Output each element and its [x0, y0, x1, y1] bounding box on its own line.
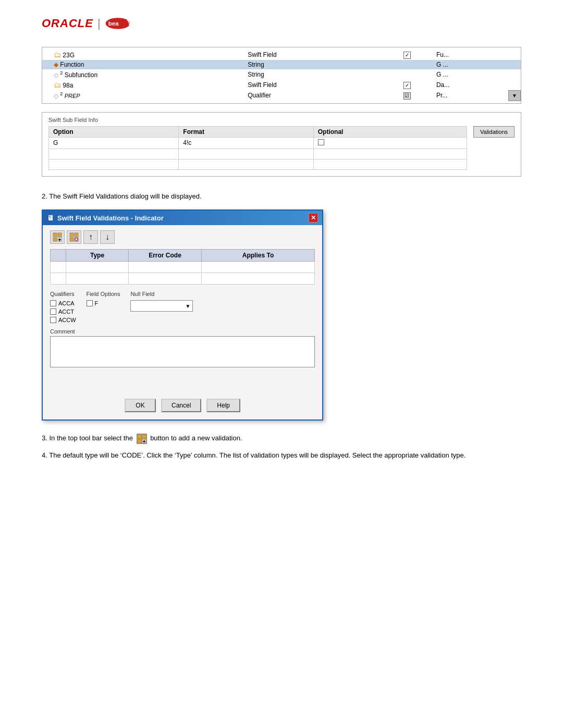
- acca-label: ACCA: [58, 300, 75, 306]
- acct-label: ACCT: [58, 309, 74, 315]
- table-row-empty: [51, 262, 315, 273]
- acct-checkbox[interactable]: [50, 309, 56, 315]
- step-4-block: 4. The default type will be ‘CODE’. Clic…: [42, 450, 521, 461]
- tree-node-trunc: Fu...: [433, 50, 509, 60]
- sub-field-option: G: [49, 137, 179, 149]
- dialog-titlebar: 🖥 Swift Field Validations - Indicator ✕: [43, 211, 322, 225]
- ok-button[interactable]: OK: [125, 399, 156, 412]
- svg-rect-8: [70, 233, 74, 237]
- tree-node-name: Subfunction: [65, 71, 97, 79]
- col-applies-header: Applies To: [202, 250, 315, 262]
- validations-button[interactable]: Validations: [473, 126, 515, 138]
- folder-icon: 🗂: [54, 51, 61, 59]
- diamond2-icon: ◇: [54, 92, 58, 100]
- step-2-text: 2. The Swift Field Validations dialog wi…: [42, 191, 521, 202]
- svg-rect-4: [53, 238, 57, 241]
- cancel-button[interactable]: Cancel: [161, 399, 201, 412]
- tree-node-type: Qualifier: [244, 90, 381, 101]
- tree-node-name: PREP: [65, 93, 80, 99]
- tree-row[interactable]: 🗂 23G Swift Field ✓ Fu...: [42, 50, 521, 60]
- sub-field-row: G 4!c: [49, 137, 467, 149]
- delete-validation-button[interactable]: [67, 230, 81, 244]
- f-checkbox[interactable]: [87, 300, 93, 306]
- logo-divider: |: [97, 17, 101, 30]
- svg-rect-10: [70, 238, 74, 241]
- controls-row: Qualifiers ACCA ACCT ACCW: [50, 291, 315, 323]
- step-4-text: 4. The default type will be ‘CODE’. Clic…: [42, 451, 466, 459]
- svg-rect-16: [138, 439, 141, 443]
- qualifiers-label: Qualifiers: [50, 291, 76, 297]
- tree-node-checked: ✓: [381, 80, 433, 90]
- tree-node-trunc: G ...: [433, 60, 509, 69]
- field-option-f: F: [87, 300, 120, 306]
- step-3-text-suffix: button to add a new validation.: [150, 434, 242, 442]
- field-options-label: Field Options: [87, 291, 120, 297]
- tree-row[interactable]: ◇ 2 PREP Qualifier ☑ Pr... ▼: [42, 90, 521, 101]
- diamond-icon: ◆: [54, 61, 58, 68]
- field-options-group: Field Options F: [87, 291, 120, 306]
- table-row-empty: [51, 273, 315, 285]
- null-field-dropdown[interactable]: ▼: [130, 300, 193, 312]
- tree-panel: 🗂 23G Swift Field ✓ Fu... ◆ Function Str…: [42, 47, 521, 104]
- qualifier-accw: ACCW: [50, 317, 76, 323]
- tree-node-name: 98a: [63, 82, 73, 89]
- col-num-header: [51, 250, 66, 262]
- tree-row[interactable]: 🗂 98a Swift Field ✓ Da...: [42, 80, 521, 90]
- tree-node-type: String: [244, 60, 381, 69]
- dialog-title-left: 🖥 Swift Field Validations - Indicator: [47, 214, 164, 222]
- oracle-logo: ORACLE: [42, 17, 93, 30]
- tree-node-checked: ✓: [381, 50, 433, 60]
- move-up-button[interactable]: ↑: [83, 230, 98, 244]
- f-label: F: [95, 300, 99, 306]
- col-option: Option: [49, 126, 179, 137]
- up-arrow-icon: ↑: [89, 232, 93, 242]
- comment-textarea[interactable]: [50, 336, 315, 367]
- col-optional: Optional: [313, 126, 467, 137]
- move-down-button[interactable]: ↓: [100, 230, 115, 244]
- qualifiers-group: Qualifiers ACCA ACCT ACCW: [50, 291, 76, 323]
- null-field-label: Null Field: [130, 291, 193, 297]
- swift-field-validations-dialog: 🖥 Swift Field Validations - Indicator ✕: [42, 209, 323, 421]
- tree-node-trunc: G ...: [433, 69, 509, 80]
- tree-node-checked: ☑: [381, 90, 433, 101]
- logo-area: ORACLE | bea: [42, 10, 521, 36]
- help-button[interactable]: Help: [206, 399, 240, 412]
- col-error-header: Error Code: [129, 250, 202, 262]
- null-field-group: Null Field ▼: [130, 291, 193, 312]
- null-field-select-container: ▼: [130, 300, 193, 312]
- accw-label: ACCW: [58, 317, 76, 323]
- tree-node-type: String: [244, 69, 381, 80]
- dialog-wrapper: 🖥 Swift Field Validations - Indicator ✕: [42, 209, 521, 421]
- optional-checkbox[interactable]: [318, 139, 324, 145]
- sub-field-row-empty: [49, 159, 467, 169]
- accw-checkbox[interactable]: [50, 317, 56, 323]
- tree-row[interactable]: ◆ Function String G ...: [42, 60, 521, 69]
- tree-node-type: Swift Field: [244, 80, 381, 90]
- svg-rect-2: [53, 233, 57, 237]
- tree-node-trunc: Da...: [433, 80, 509, 90]
- svg-rect-14: [138, 435, 141, 438]
- tree-node-checked: [381, 69, 433, 80]
- step-3-block: 3. In the top tool bar select the button…: [42, 433, 521, 444]
- tree-node-trunc: Pr...: [433, 90, 509, 101]
- col-type-header: Type: [66, 250, 129, 262]
- add-button-icon: [137, 434, 147, 444]
- bea-logo: bea: [105, 16, 131, 31]
- svg-rect-15: [142, 435, 146, 438]
- dialog-close-button[interactable]: ✕: [309, 213, 318, 223]
- acca-checkbox[interactable]: [50, 300, 56, 306]
- dialog-buttons: OK Cancel Help: [50, 399, 315, 412]
- tree-node-name: Function: [60, 61, 84, 68]
- dropdown-arrow-icon: ▼: [186, 303, 191, 309]
- qualifier-acca: ACCA: [50, 300, 76, 306]
- tree-row[interactable]: ◇ 2 Subfunction String G ...: [42, 69, 521, 80]
- add-validation-button[interactable]: [50, 230, 65, 244]
- col-format: Format: [179, 126, 313, 137]
- tree-table: 🗂 23G Swift Field ✓ Fu... ◆ Function Str…: [42, 50, 521, 101]
- validations-table: Type Error Code Applies To: [50, 249, 315, 285]
- dialog-body: ↑ ↓ Type Error Code Applies To: [43, 225, 322, 419]
- step-3-text-prefix: 3. In the top tool bar select the: [42, 434, 133, 442]
- sub-field-legend: Swift Sub Field Info: [48, 117, 515, 123]
- diamond2-icon: ◇: [54, 71, 58, 79]
- svg-rect-9: [75, 233, 78, 237]
